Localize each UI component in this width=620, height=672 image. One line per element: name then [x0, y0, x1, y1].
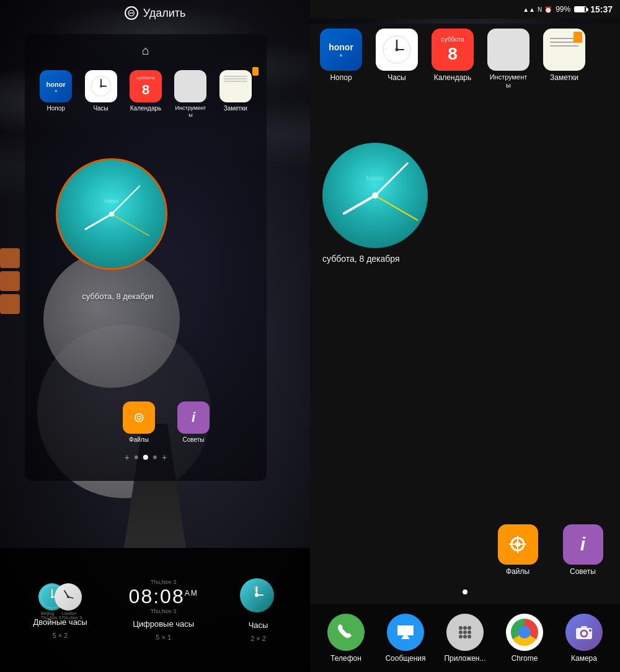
right-second-hand [375, 195, 418, 220]
right-app-honor[interactable]: honor ▲ Нопор [313, 29, 369, 672]
bottom-apps-card: ⊚ Файлы i Советы [118, 401, 260, 444]
right-app-files[interactable]: Файлы [493, 524, 542, 576]
second-hand [112, 214, 149, 236]
app-item-files-card[interactable]: ⊚ Файлы [118, 401, 160, 444]
widget-analog-clock[interactable]: Часы 2 × 2 [240, 578, 277, 642]
dot-plus-left[interactable]: + [125, 452, 130, 462]
right-app-tips[interactable]: i Советы [558, 524, 608, 576]
right-clock-date: суббота, 8 декабря [322, 254, 400, 264]
status-bar: ▲▲ N ⏰ 99% 15:37 [310, 0, 620, 19]
right-notes-label: Заметки [550, 73, 578, 82]
tips-letter: i [580, 534, 585, 555]
clock-face: honor [58, 160, 166, 268]
hour-hand [84, 213, 112, 231]
right-honor-icon: honor ▲ [320, 29, 362, 71]
page-dot [463, 589, 467, 594]
left-scroll [0, 248, 22, 314]
svg-point-10 [67, 596, 69, 598]
app-item-tips-card[interactable]: i Советы [172, 401, 215, 444]
battery-percent: 99% [556, 5, 570, 14]
svg-point-29 [463, 630, 467, 634]
right-files-label: Файлы [506, 567, 529, 576]
tips-icon-card: i [177, 401, 210, 434]
time-value: 08:08 [129, 585, 185, 607]
right-app-calendar[interactable]: суббота 8 Календарь [425, 29, 480, 672]
wifi-icon: N [538, 6, 542, 13]
svg-point-18 [396, 48, 399, 52]
right-clock-widget[interactable]: honor суббота, 8 декабря [322, 143, 440, 261]
files-icon-symbol: ⊚ [133, 410, 144, 426]
chrome-inner [518, 626, 531, 638]
app-item-tools[interactable]: Инструменты [170, 70, 210, 119]
camera-label: Камера [571, 654, 597, 663]
phone-label: Телефон [330, 654, 361, 663]
chrome-label: Chrome [512, 654, 538, 663]
alarm-icon: ⏰ [544, 6, 552, 13]
digital-clock-date: Thu,Nov 3 [129, 579, 198, 585]
app-item-honor[interactable]: honor ▲ Нопор [36, 70, 76, 119]
right-calendar-icon: суббота 8 [432, 29, 474, 71]
right-clock-icon [376, 29, 418, 71]
right-tools-icon [487, 29, 529, 71]
dot-plus-right[interactable]: + [162, 452, 167, 462]
svg-point-32 [463, 635, 467, 638]
double-clock-preview: BeijingThu,Nov 3 LondonThu,Nov 3 [38, 581, 82, 612]
right-panel: ▲▲ N ⏰ 99% 15:37 honor ▲ Нопор [310, 0, 620, 672]
dock-messages[interactable]: Сообщения [381, 614, 430, 663]
battery-icon [574, 6, 587, 12]
apps-label: Приложен... [444, 654, 485, 663]
svg-point-26 [463, 626, 467, 630]
digital-clock-label: Цифровые часы [133, 619, 194, 629]
delete-label: Удалить [143, 7, 186, 20]
dot-3 [153, 455, 157, 459]
right-tips-icon: i [563, 524, 603, 565]
clock-label: Часы [93, 105, 108, 112]
right-app-clock[interactable]: Часы [369, 29, 425, 672]
dot-active [143, 455, 148, 460]
messages-icon [387, 614, 424, 651]
app-item-calendar[interactable]: суббота 8 Календарь [126, 70, 166, 119]
analog-clock-label: Часы [249, 620, 268, 630]
app-item-clock[interactable]: Часы [81, 70, 120, 119]
home-card-inner: ⌂ honor ▲ Нопор [25, 34, 267, 481]
right-hour-hand [342, 194, 376, 215]
chrome-icon [506, 614, 543, 651]
dock-phone[interactable]: Телефон [321, 614, 371, 663]
tips-label-card: Советы [183, 436, 205, 444]
dock-camera[interactable]: Камера [559, 614, 609, 663]
app-item-notes[interactable]: Заметки [216, 70, 255, 119]
clock-center [109, 212, 114, 217]
right-clock-center [372, 192, 378, 199]
right-notes-icon [543, 29, 585, 71]
signal-icon: ▲▲ [523, 6, 535, 13]
dock-chrome[interactable]: Chrome [500, 614, 549, 663]
phone-icon [327, 614, 365, 651]
app-grid-card: honor ▲ Нопор Часы [31, 65, 260, 123]
dock-apps[interactable]: Приложен... [440, 614, 490, 663]
widget-digital-clock[interactable]: Thu,Nov 3 08:08AM Thu,Nov 3 Цифровые час… [129, 579, 198, 641]
tips-icon-symbol: i [192, 410, 195, 426]
analog-clock-face [240, 578, 274, 612]
chrome-ring [511, 619, 538, 646]
right-calendar-label: Календарь [434, 73, 472, 82]
clock-widget-card[interactable]: honor суббота, 8 декабря [56, 158, 180, 282]
delete-button[interactable]: ⊖ Удалить [0, 6, 310, 20]
home-screen-card[interactable]: ⌂ honor ▲ Нопор [25, 34, 267, 481]
clock-date-card: суббота, 8 декабря [82, 292, 154, 301]
analog-clock-preview [240, 578, 277, 616]
bottom-widgets-bar: BeijingThu,Nov 3 LondonThu,Nov 3 Двойные… [0, 548, 310, 672]
notes-icon [219, 70, 252, 102]
dot-1 [135, 455, 138, 459]
svg-point-27 [467, 626, 471, 630]
svg-point-37 [589, 629, 591, 632]
svg-point-7 [51, 596, 53, 598]
widget-double-clock[interactable]: BeijingThu,Nov 3 LondonThu,Nov 3 Двойные… [33, 581, 87, 639]
camera-icon [565, 614, 603, 651]
analog-mini-2 [55, 583, 82, 611]
left-panel: ⊖ Удалить ⌂ honor ▲ Нопор [0, 0, 310, 672]
right-tips-label: Советы [570, 567, 596, 576]
digital-clock-display: Thu,Nov 3 08:08AM Thu,Nov 3 [129, 579, 198, 614]
home-icon: ⌂ [138, 43, 153, 58]
right-bottom-app-row: Файлы i Советы [493, 524, 608, 576]
digital-clock-sublabel: 5 × 1 [156, 634, 171, 641]
